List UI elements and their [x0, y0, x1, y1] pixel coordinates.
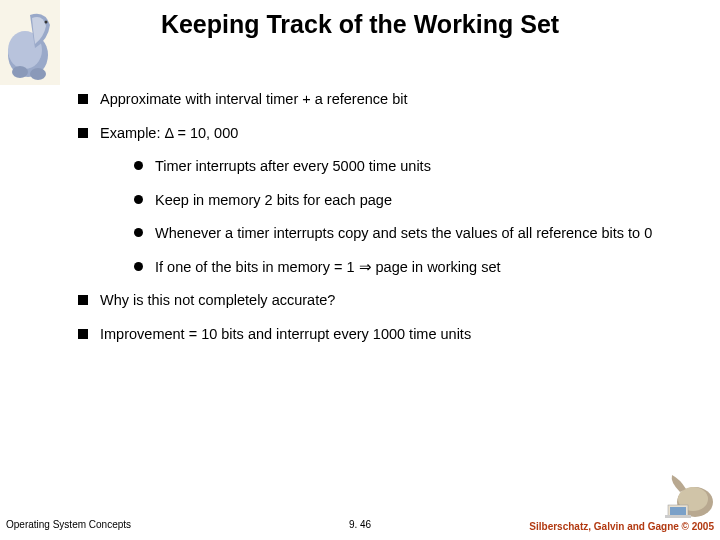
sub-bullet-item: Keep in memory 2 bits for each page	[134, 191, 658, 211]
disc-bullet-icon	[134, 161, 143, 170]
sub-bullet-item: If one of the bits in memory = 1 ⇒ page …	[134, 258, 658, 278]
dinosaur-art-bottom	[660, 467, 720, 522]
footer-copyright: Silberschatz, Galvin and Gagne © 2005	[529, 521, 714, 532]
svg-point-4	[30, 68, 46, 80]
bullet-text: If one of the bits in memory = 1 ⇒ page …	[155, 258, 658, 278]
bullet-text: Timer interrupts after every 5000 time u…	[155, 157, 658, 177]
bullet-text: Whenever a timer interrupts copy and set…	[155, 224, 658, 244]
bullet-item: Improvement = 10 bits and interrupt ever…	[78, 325, 658, 345]
text-fragment: Example:	[100, 125, 164, 141]
bullet-text: Keep in memory 2 bits for each page	[155, 191, 658, 211]
text-fragment: = 10, 000	[173, 125, 238, 141]
square-bullet-icon	[78, 94, 88, 104]
disc-bullet-icon	[134, 228, 143, 237]
slide-title: Keeping Track of the Working Set	[0, 10, 720, 39]
svg-rect-10	[665, 515, 691, 518]
bullet-item: Why is this not completely accurate?	[78, 291, 658, 311]
disc-bullet-icon	[134, 262, 143, 271]
bullet-text: Why is this not completely accurate?	[100, 291, 335, 311]
sub-bullet-item: Whenever a timer interrupts copy and set…	[134, 224, 658, 244]
text-fragment: page in working set	[372, 259, 501, 275]
text-fragment: If one of the bits in memory = 1	[155, 259, 359, 275]
bullet-text: Example: Δ = 10, 000	[100, 124, 238, 144]
slide: Keeping Track of the Working Set Approxi…	[0, 0, 720, 540]
sub-bullet-item: Timer interrupts after every 5000 time u…	[134, 157, 658, 177]
bullet-text: Improvement = 10 bits and interrupt ever…	[100, 325, 471, 345]
bullet-item: Example: Δ = 10, 000	[78, 124, 658, 144]
implies-symbol: ⇒	[359, 259, 372, 275]
bullet-text: Approximate with interval timer + a refe…	[100, 90, 407, 110]
bullet-item: Approximate with interval timer + a refe…	[78, 90, 658, 110]
sub-list: Timer interrupts after every 5000 time u…	[134, 157, 658, 277]
disc-bullet-icon	[134, 195, 143, 204]
slide-body: Approximate with interval timer + a refe…	[78, 90, 658, 359]
square-bullet-icon	[78, 295, 88, 305]
svg-rect-9	[670, 507, 686, 515]
svg-point-3	[12, 66, 28, 78]
square-bullet-icon	[78, 329, 88, 339]
square-bullet-icon	[78, 128, 88, 138]
